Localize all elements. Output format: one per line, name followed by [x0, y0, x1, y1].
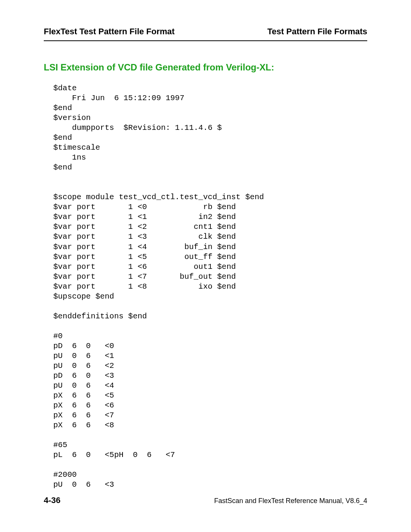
code-block: $date Fri Jun 6 15:12:09 1997 $end $vers… [53, 83, 367, 490]
header-right: Test Pattern File Formats [268, 27, 367, 37]
page-header: FlexTest Test Pattern File Format Test P… [44, 27, 367, 41]
page-footer: 4-36 FastScan and FlexTest Reference Man… [44, 495, 367, 505]
header-left: FlexTest Test Pattern File Format [44, 27, 175, 37]
section-heading: LSI Extension of VCD file Generated from… [44, 62, 367, 73]
manual-reference: FastScan and FlexTest Reference Manual, … [214, 497, 367, 505]
page-number: 4-36 [44, 495, 61, 505]
